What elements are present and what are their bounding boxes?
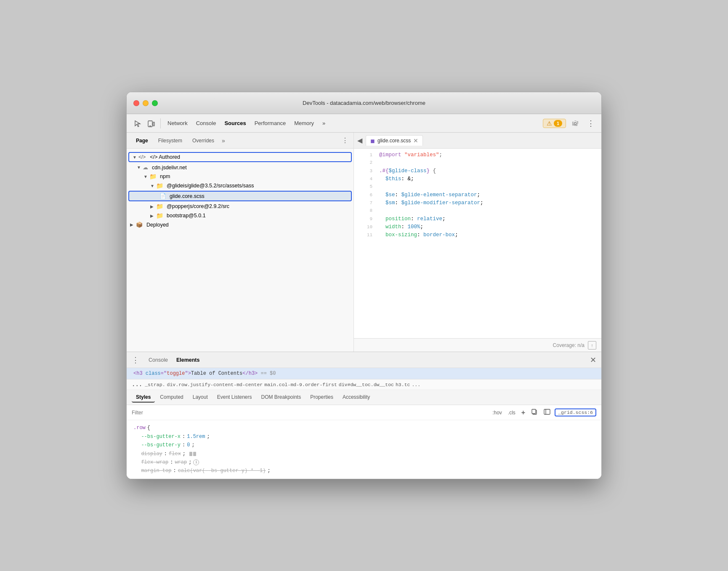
more-menu-icon[interactable]: ⋮ bbox=[585, 117, 596, 129]
close-button[interactable] bbox=[133, 100, 139, 106]
console-tab[interactable]: Console bbox=[193, 118, 220, 128]
css-prop-gutter-y: --bs-gutter-y: 0; bbox=[133, 441, 595, 449]
filter-input[interactable] bbox=[132, 410, 487, 416]
breadcrumb-more[interactable]: ... bbox=[412, 382, 420, 387]
glideis-folder-icon: 📁 bbox=[156, 182, 163, 189]
code-content-10: width: 100%; bbox=[379, 224, 423, 230]
breadcrumb-strap[interactable]: _strap. bbox=[145, 382, 165, 387]
breadcrumb-divrow[interactable]: div.row.justify-content-md-center bbox=[167, 382, 263, 387]
network-tab[interactable]: Network bbox=[164, 118, 191, 128]
device-icon[interactable] bbox=[145, 117, 157, 129]
npm-folder-icon: 📁 bbox=[149, 173, 157, 180]
line-num-8: 8 bbox=[359, 208, 372, 213]
toolbar-more-btn[interactable]: » bbox=[319, 118, 329, 128]
svg-rect-1 bbox=[153, 122, 154, 126]
bootstrap-folder-icon: 📁 bbox=[156, 212, 163, 219]
popperjs-item[interactable]: ▶ 📁 @popperjs/core@2.9.2/src bbox=[127, 202, 353, 211]
cdn-globe-icon: ☁ bbox=[143, 164, 148, 171]
breadcrumb-divtoc[interactable]: div#dw__toc.dw__toc bbox=[339, 382, 394, 387]
svg-rect-4 bbox=[532, 409, 536, 414]
styles-tab-dom-breakpoints[interactable]: DOM Breakpoints bbox=[257, 392, 305, 403]
styles-tab-properties[interactable]: Properties bbox=[306, 392, 337, 403]
window-title: DevTools - datacadamia.com/web/browser/c… bbox=[303, 100, 425, 106]
breadcrumb-main[interactable]: main.col-md-9.order-first bbox=[264, 382, 337, 387]
npm-item[interactable]: ▼ 📁 npm bbox=[127, 172, 353, 181]
panel-tabs-more[interactable]: » bbox=[220, 137, 227, 144]
filter-bar: :hov .cls + _grid.scss:6 bbox=[127, 405, 601, 420]
glide-file-box: 📄 glide.core.scss bbox=[128, 191, 352, 201]
devtools-window: DevTools - datacadamia.com/web/browser/c… bbox=[126, 92, 602, 479]
editor-tab-close[interactable]: ✕ bbox=[413, 137, 418, 144]
glide-file-item[interactable]: 📄 glide.core.scss bbox=[128, 191, 352, 201]
title-bar: DevTools - datacadamia.com/web/browser/c… bbox=[127, 92, 601, 114]
sidebar-btn[interactable] bbox=[542, 408, 552, 417]
styles-tabs: Styles Computed Layout Event Listeners D… bbox=[127, 390, 601, 405]
styles-tab-accessibility[interactable]: Accessibility bbox=[338, 392, 374, 403]
toolbar-right: ⚠ 1 ⋮ bbox=[543, 117, 596, 129]
code-content-4: $this: &; bbox=[379, 176, 414, 182]
elements-bottom-tab[interactable]: Elements bbox=[172, 355, 204, 365]
memory-tab[interactable]: Memory bbox=[291, 118, 317, 128]
styles-tab-computed[interactable]: Computed bbox=[156, 392, 187, 403]
hov-btn[interactable]: :hov bbox=[491, 409, 504, 416]
panel-options[interactable]: ⋮ bbox=[342, 136, 348, 144]
popperjs-folder-icon: 📁 bbox=[156, 203, 163, 210]
coverage-icon[interactable]: ↑ bbox=[588, 341, 596, 350]
bottom-dots-menu[interactable]: ⋮ bbox=[132, 355, 139, 365]
bottom-toolbar: ⋮ Console Elements ✕ bbox=[127, 352, 601, 368]
file-tree: ▼ </> </> Authored ▼ ☁ cdn.jsdelivr.net … bbox=[127, 149, 353, 352]
authored-item[interactable]: ▼ </> </> Authored bbox=[129, 153, 351, 161]
breadcrumb-dots[interactable]: ... bbox=[132, 381, 142, 388]
console-bottom-tab[interactable]: Console bbox=[144, 355, 172, 365]
cdn-label: cdn.jsdelivr.net bbox=[152, 165, 187, 171]
code-line-5: 5 bbox=[354, 184, 601, 192]
svg-rect-8 bbox=[193, 452, 196, 456]
popperjs-arrow: ▶ bbox=[150, 204, 156, 209]
copy-btn[interactable] bbox=[529, 408, 539, 417]
cdn-item[interactable]: ▼ ☁ cdn.jsdelivr.net bbox=[127, 163, 353, 172]
editor-tab-name: glide.core.scss bbox=[377, 138, 411, 144]
minimize-button[interactable] bbox=[143, 100, 149, 106]
npm-label: npm bbox=[160, 173, 170, 179]
info-icon[interactable]: i bbox=[193, 459, 199, 465]
main-content: Page Filesystem Overrides » ⋮ ▼ </> </> … bbox=[127, 133, 601, 352]
glideis-item[interactable]: ▼ 📁 @glideis/glide@3.5.2/src/assets/sass bbox=[127, 181, 353, 190]
glideis-label: @glideis/glide@3.5.2/src/assets/sass bbox=[167, 183, 254, 189]
deployed-arrow: ▶ bbox=[130, 222, 136, 227]
bottom-close-btn[interactable]: ✕ bbox=[590, 355, 596, 365]
maximize-button[interactable] bbox=[152, 100, 158, 106]
bootstrap-item[interactable]: ▶ 📁 bootstrap@5.0.1 bbox=[127, 211, 353, 220]
glide-file-label: glide.core.scss bbox=[170, 193, 205, 199]
styles-content: .row { --bs-gutter-x: 1.5rem; --bs-gutte… bbox=[127, 420, 601, 478]
editor-tab-glide[interactable]: ◼ glide.core.scss ✕ bbox=[366, 135, 423, 146]
line-num-11: 11 bbox=[359, 232, 372, 237]
styles-tab-event-listeners[interactable]: Event Listeners bbox=[213, 392, 256, 403]
badge-count: 1 bbox=[554, 120, 562, 127]
styles-tab-layout[interactable]: Layout bbox=[189, 392, 212, 403]
breadcrumb-h3[interactable]: h3.tc bbox=[396, 382, 410, 387]
grid-scss-badge[interactable]: _grid.scss:6 bbox=[555, 408, 596, 416]
badge-button[interactable]: ⚠ 1 bbox=[543, 119, 566, 128]
css-prop-flex-wrap: flex-wrap: wrap; i bbox=[133, 458, 595, 467]
sources-tab[interactable]: Sources bbox=[221, 118, 249, 128]
glideis-arrow: ▼ bbox=[150, 184, 156, 188]
editor-footer: Coverage: n/a ↑ bbox=[354, 338, 601, 352]
editor-nav-icon[interactable]: ◀ bbox=[357, 136, 362, 144]
code-content-1: @import "variables"; bbox=[379, 152, 442, 158]
inspect-icon[interactable] bbox=[132, 117, 143, 129]
left-panel: Page Filesystem Overrides » ⋮ ▼ </> </> … bbox=[127, 133, 354, 352]
plus-btn[interactable]: + bbox=[520, 408, 527, 417]
styles-tab-styles[interactable]: Styles bbox=[132, 392, 155, 403]
cls-btn[interactable]: .cls bbox=[506, 409, 517, 416]
page-tab[interactable]: Page bbox=[132, 136, 152, 145]
deployed-item[interactable]: ▶ 📦 Deployed bbox=[127, 220, 353, 229]
breadcrumb-bar: ... _strap. div.row.justify-content-md-c… bbox=[127, 379, 601, 390]
filter-actions: :hov .cls + _grid.scss:6 bbox=[491, 408, 596, 417]
glide-file-icon: 📄 bbox=[159, 193, 166, 199]
filesystem-tab[interactable]: Filesystem bbox=[154, 136, 186, 145]
line-num-1: 1 bbox=[359, 152, 372, 157]
bootstrap-arrow: ▶ bbox=[150, 213, 156, 218]
performance-tab[interactable]: Performance bbox=[251, 118, 289, 128]
settings-icon[interactable] bbox=[569, 117, 581, 129]
overrides-tab[interactable]: Overrides bbox=[188, 136, 218, 145]
